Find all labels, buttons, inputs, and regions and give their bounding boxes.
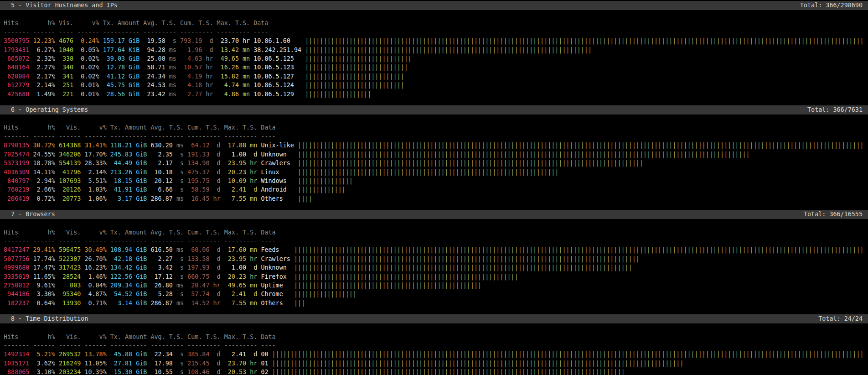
cell-avg-ts: 20.12 [151, 177, 173, 184]
table-row[interactable]: 620084 2.17% 341 0.02% 41.12 GiB 24.34 m… [4, 73, 404, 80]
table-row[interactable]: 1492314 5.21% 269532 13.78% 45.88 GiB 22… [4, 351, 864, 358]
table-row[interactable]: 425680 1.49% 221 0.01% 28.56 GiB 23.42 m… [4, 91, 371, 98]
cell-cum-ts-unit: d [213, 264, 221, 271]
table-row[interactable]: 648164 2.27% 340 0.02% 12.78 GiB 58.71 m… [4, 64, 408, 71]
cell-visitors-percent: 0.02% [77, 64, 99, 71]
cell-tx-amount: 108.94 GiB [110, 246, 147, 253]
cell-avg-ts: 286.87 [151, 300, 173, 307]
table-row[interactable]: 8417247 29.41% 596475 30.49% 108.94 GiB … [4, 246, 864, 253]
cell-visitors: 28524 [59, 273, 81, 280]
cell-data: 10.86.1.60 [253, 37, 301, 44]
cell-tx-amount: 45.75 GiB [103, 82, 140, 89]
panel-header[interactable]: 6 - Operating Systems Total: 366/7631 [0, 105, 868, 115]
cell-max-ts: 49.65 mn [224, 282, 258, 289]
cell-avg-ts: 94.28 [143, 47, 165, 53]
cell-hits: 206419 [4, 195, 29, 202]
cell-data: 10.86.5.129 [253, 91, 301, 98]
cell-max-ts: 7.55 mn [224, 195, 258, 202]
cell-hits-percent: 2.14% [33, 82, 55, 89]
cell-visitors-percent: 13.78% [84, 351, 106, 358]
cell-cum-ts-unit: d [213, 177, 221, 184]
cell-tx-amount: 41.12 GiB [103, 73, 140, 80]
table-row[interactable]: 5077756 17.74% 522307 26.70% 42.18 GiB 2… [4, 255, 640, 262]
cell-hits: 1793431 [4, 47, 29, 53]
cell-data: Crawlers [261, 160, 294, 167]
cell-avg-ts: 24.34 [143, 73, 165, 80]
cell-hits: 648164 [4, 64, 29, 71]
table-row[interactable]: 665072 2.32% 338 0.02% 39.03 GiB 25.08 m… [4, 55, 412, 62]
cell-cum-ts: 215.45 [187, 360, 209, 367]
cell-hits: 182237 [4, 300, 29, 307]
table-row[interactable]: 3335019 11.65% 28524 1.46% 122.56 GiB 17… [4, 273, 518, 280]
cell-visitors: 554139 [59, 160, 81, 167]
table-row[interactable]: 944186 3.30% 95340 4.87% 54.52 GiB 5.28 … [4, 291, 356, 297]
cell-avg-ts: 286.87 [151, 195, 173, 202]
cell-cum-ts: 2.77 [180, 91, 202, 98]
hits-bar: ||||||||||||||| [298, 177, 353, 184]
table-row[interactable]: 840797 2.94% 107693 5.51% 18.15 GiB 20.1… [4, 177, 353, 184]
panel-header[interactable]: 7 - Browsers Total: 366/16555 [0, 210, 868, 219]
cell-max-ts: 20.53 hr [224, 369, 258, 375]
table-row[interactable]: 8790135 30.72% 614368 31.41% 118.21 GiB … [4, 142, 864, 149]
cell-cum-ts-unit: d [213, 369, 221, 375]
table-row[interactable]: 4036309 14.11% 41796 2.14% 213.26 GiB 10… [4, 169, 558, 176]
cell-hits-percent: 17.74% [33, 255, 55, 262]
cell-avg-ts-unit: s [169, 37, 176, 44]
table-row[interactable]: 7025474 24.55% 346206 17.70% 245.83 GiB … [4, 151, 750, 158]
cell-visitors: 13930 [59, 300, 81, 307]
cell-tx-amount: 54.52 GiB [110, 291, 147, 297]
table-row[interactable]: 4999680 17.47% 317423 16.23% 134.42 GiB … [4, 264, 632, 271]
column-divider: ------- ------ ------ ------ ---------- … [4, 342, 276, 349]
cell-max-ts: 16.26 mn [217, 64, 250, 71]
cell-avg-ts-unit: s [176, 177, 184, 184]
column-divider: ------- ------ ------ ------ ---------- … [4, 238, 276, 245]
hits-bar: ||||||||||||||||||||||||||||||||||||||||… [298, 142, 864, 149]
column-headers: Hits h% Vis. v% Tx. Amount Avg. T.S. Cum… [4, 124, 276, 131]
panel-total: Total: 366/298690 [800, 1, 863, 10]
cell-avg-ts-unit: s [176, 291, 184, 297]
cell-visitors-percent: 26.70% [84, 255, 106, 262]
panel-header[interactable]: 5 - Visitor Hostnames and IPs Total: 366… [0, 1, 868, 10]
cell-hits: 8417247 [4, 246, 29, 253]
cell-visitors-percent: 0.02% [77, 73, 99, 80]
cell-tx-amount: 12.78 GiB [103, 64, 140, 71]
table-row[interactable]: 1793431 6.27% 1040 0.05% 177.64 KiB 94.2… [4, 47, 592, 53]
cell-cum-ts-unit: d [213, 151, 221, 158]
cell-avg-ts-unit: s [176, 360, 184, 367]
cell-hits-percent: 3.30% [33, 291, 55, 297]
table-row[interactable]: 206419 0.72% 20773 1.06% 3.17 GiB 286.87… [4, 195, 312, 202]
hits-bar: ||||||||||||||||||||||||||||||||||||||||… [298, 160, 643, 167]
cell-data: 01 [261, 360, 268, 367]
table-row[interactable]: 2750012 9.61% 803 0.04% 209.34 GiB 26.80… [4, 282, 481, 289]
cell-cum-ts: 57.74 [187, 291, 209, 297]
cell-hits: 425680 [4, 91, 29, 98]
cell-cum-ts: 1.96 [180, 47, 202, 53]
table-row[interactable]: 1035171 3.62% 216249 11.05% 27.81 GiB 17… [4, 360, 684, 367]
table-row[interactable]: 612779 2.14% 251 0.01% 45.75 GiB 24.53 m… [4, 82, 404, 89]
table-row[interactable]: 182237 0.64% 13930 0.71% 3.14 GiB 286.87… [4, 300, 305, 307]
table-row[interactable]: 760219 2.66% 20126 1.03% 41.91 GiB 6.66 … [4, 186, 346, 193]
table-row[interactable]: 888065 3.10% 203234 10.39% 15.30 GiB 10.… [4, 369, 625, 375]
cell-hits: 1492314 [4, 351, 29, 358]
cell-visitors-percent: 31.41% [84, 142, 106, 149]
cell-cum-ts-unit: hr [206, 73, 213, 80]
cell-visitors-percent: 0.24% [77, 37, 99, 44]
cell-cum-ts-unit: d [206, 37, 213, 44]
cell-visitors: 338 [59, 55, 73, 62]
cell-tx-amount: 44.49 GiB [110, 160, 147, 167]
cell-tx-amount: 45.88 GiB [110, 351, 147, 358]
cell-hits-percent: 3.10% [33, 369, 55, 375]
cell-hits: 3335019 [4, 273, 29, 280]
panel-header[interactable]: 8 - Time Distribution Total: 24/24 [0, 314, 868, 323]
cell-avg-ts-unit: ms [169, 82, 176, 89]
cell-cum-ts-unit: hr [206, 82, 213, 89]
cell-hits-percent: 17.47% [33, 264, 55, 271]
table-row[interactable]: 3500795 12.23% 4676 0.24% 159.17 GiB 19.… [4, 37, 864, 44]
cell-cum-ts: 4.18 [180, 82, 202, 89]
cell-avg-ts-unit: s [176, 351, 184, 358]
hits-bar: ||||||||||||||||||||||||||||||||||||||||… [294, 264, 632, 271]
cell-visitors-percent: 17.70% [84, 151, 106, 158]
cell-max-ts: 1.00 d [224, 264, 258, 271]
table-row[interactable]: 5373199 18.78% 554139 28.33% 44.49 GiB 2… [4, 160, 643, 167]
cell-avg-ts: 17.98 [151, 360, 173, 367]
